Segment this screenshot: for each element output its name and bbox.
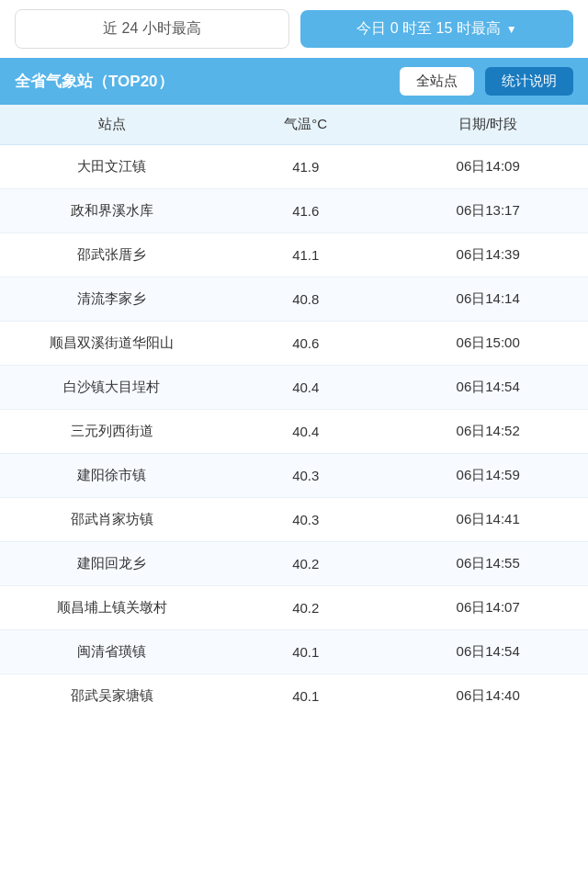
section-title: 全省气象站（TOP20）	[15, 71, 389, 92]
table-header: 站点 气温°C 日期/时段	[0, 105, 588, 145]
table-row: 顺昌埔上镇关墩村 40.2 06日14:07	[0, 586, 588, 630]
cell-station: 白沙镇大目埕村	[0, 379, 223, 396]
header-station: 站点	[0, 116, 223, 133]
cell-station: 邵武肖家坊镇	[0, 511, 223, 528]
cell-date: 06日14:59	[388, 467, 588, 484]
cell-date: 06日14:41	[388, 511, 588, 528]
cell-station: 建阳回龙乡	[0, 555, 223, 572]
recent-24h-button[interactable]: 近 24 小时最高	[15, 9, 289, 49]
cell-date: 06日14:09	[388, 158, 588, 175]
top-bar: 近 24 小时最高 今日 0 时至 15 时最高 ▼	[0, 0, 588, 58]
cell-temp: 40.1	[223, 688, 388, 704]
cell-temp: 40.4	[223, 379, 388, 395]
cell-station: 建阳徐市镇	[0, 467, 223, 484]
header-temp: 气温°C	[223, 116, 388, 133]
table-row: 白沙镇大目埕村 40.4 06日14:54	[0, 366, 588, 410]
cell-temp: 41.6	[223, 203, 388, 219]
cell-date: 06日15:00	[388, 334, 588, 352]
today-0-15h-button[interactable]: 今日 0 时至 15 时最高 ▼	[300, 10, 573, 48]
cell-date: 06日14:39	[388, 246, 588, 264]
cell-date: 06日13:17	[388, 202, 588, 220]
cell-date: 06日14:40	[388, 687, 588, 705]
cell-station: 邵武张厝乡	[0, 246, 223, 264]
cell-temp: 41.1	[223, 247, 388, 263]
cell-temp: 40.2	[223, 556, 388, 572]
cell-date: 06日14:07	[388, 599, 588, 617]
cell-station: 大田文江镇	[0, 158, 223, 175]
cell-station: 邵武吴家塘镇	[0, 687, 223, 705]
table-row: 顺昌双溪街道华阳山 40.6 06日15:00	[0, 322, 588, 366]
stats-info-button[interactable]: 统计说明	[485, 67, 573, 96]
table-row: 政和界溪水库 41.6 06日13:17	[0, 189, 588, 233]
dropdown-arrow-icon: ▼	[506, 23, 517, 36]
header-date: 日期/时段	[388, 116, 588, 133]
table-row: 邵武张厝乡 41.1 06日14:39	[0, 233, 588, 277]
section-header: 全省气象站（TOP20） 全站点 统计说明	[0, 58, 588, 105]
cell-station: 清流李家乡	[0, 290, 223, 308]
table-row: 三元列西街道 40.4 06日14:52	[0, 410, 588, 454]
cell-temp: 40.4	[223, 424, 388, 439]
cell-station: 政和界溪水库	[0, 202, 223, 220]
cell-temp: 40.1	[223, 644, 388, 660]
cell-temp: 41.9	[223, 159, 388, 175]
table-row: 建阳徐市镇 40.3 06日14:59	[0, 454, 588, 498]
table-row: 清流李家乡 40.8 06日14:14	[0, 277, 588, 322]
cell-temp: 40.3	[223, 512, 388, 527]
cell-station: 三元列西街道	[0, 423, 223, 440]
table-body: 大田文江镇 41.9 06日14:09 政和界溪水库 41.6 06日13:17…	[0, 145, 588, 718]
cell-temp: 40.6	[223, 335, 388, 351]
cell-date: 06日14:52	[388, 423, 588, 440]
cell-temp: 40.8	[223, 291, 388, 307]
table-row: 邵武吴家塘镇 40.1 06日14:40	[0, 674, 588, 718]
all-stations-button[interactable]: 全站点	[400, 67, 474, 96]
cell-date: 06日14:14	[388, 290, 588, 308]
table-row: 邵武肖家坊镇 40.3 06日14:41	[0, 498, 588, 542]
table-row: 大田文江镇 41.9 06日14:09	[0, 145, 588, 189]
data-table: 站点 气温°C 日期/时段 大田文江镇 41.9 06日14:09 政和界溪水库…	[0, 105, 588, 883]
cell-station: 顺昌埔上镇关墩村	[0, 599, 223, 617]
cell-temp: 40.2	[223, 600, 388, 616]
cell-temp: 40.3	[223, 468, 388, 483]
cell-station: 闽清省璜镇	[0, 643, 223, 661]
cell-date: 06日14:54	[388, 379, 588, 396]
cell-date: 06日14:55	[388, 555, 588, 572]
cell-date: 06日14:54	[388, 643, 588, 661]
table-row: 建阳回龙乡 40.2 06日14:55	[0, 542, 588, 586]
table-row: 闽清省璜镇 40.1 06日14:54	[0, 630, 588, 674]
today-button-label: 今日 0 时至 15 时最高	[356, 19, 500, 39]
cell-station: 顺昌双溪街道华阳山	[0, 334, 223, 352]
